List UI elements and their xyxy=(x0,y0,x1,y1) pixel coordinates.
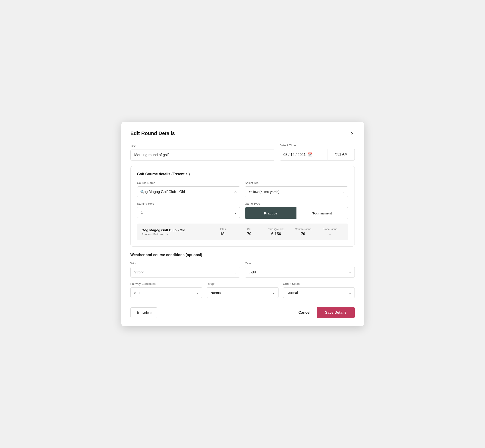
delete-label: Delete xyxy=(142,311,152,315)
golf-course-section: Golf Course details (Essential) Course N… xyxy=(130,166,355,247)
save-button[interactable]: Save Details xyxy=(317,307,355,318)
game-type-group: Game Type Practice Tournament xyxy=(245,202,348,219)
yards-value: 6,156 xyxy=(263,232,290,236)
wind-group: Wind NoneLightModerateStrong ⌄ xyxy=(130,262,241,278)
rain-dropdown[interactable]: NoneLightModerateHeavy xyxy=(245,267,355,278)
par-value: 70 xyxy=(236,232,263,236)
green-speed-dropdown[interactable]: SlowNormalFast xyxy=(283,287,355,298)
holes-value: 18 xyxy=(209,232,236,236)
rain-label: Rain xyxy=(245,262,355,265)
practice-button[interactable]: Practice xyxy=(245,207,297,219)
starting-hole-label: Starting Hole xyxy=(137,202,241,205)
datetime-group: Date & Time 05 / 12 / 2021 📅 7:31 AM xyxy=(280,144,355,160)
slope-rating-value: - xyxy=(316,232,343,236)
cancel-button[interactable]: Cancel xyxy=(299,311,310,315)
time-value: 7:31 AM xyxy=(334,152,348,156)
course-name-tee-row: Course Name 🔍 ✕ Select Tee Yellow (6,156… xyxy=(137,181,348,197)
course-location: Shelford Bottom, UK xyxy=(142,233,209,236)
footer-row: 🗑 Delete Cancel Save Details xyxy=(130,303,355,318)
yards-stat: Yards(Yellow) 6,156 xyxy=(263,228,290,236)
fairway-label: Fairway Conditions xyxy=(130,282,202,286)
rough-label: Rough xyxy=(207,282,278,286)
rain-group: Rain NoneLightModerateHeavy ⌄ xyxy=(245,262,355,278)
rough-wrap: SoftNormalHard ⌄ xyxy=(207,287,278,298)
trash-icon: 🗑 xyxy=(136,311,140,315)
wind-dropdown[interactable]: NoneLightModerateStrong xyxy=(130,267,241,278)
holes-stat: Holes 18 xyxy=(209,228,236,236)
game-type-label: Game Type xyxy=(245,202,348,205)
holes-label: Holes xyxy=(209,228,236,231)
wind-label: Wind xyxy=(130,262,241,265)
course-info-row: Gog Magog Golf Club - Old, Shelford Bott… xyxy=(137,224,348,240)
date-input[interactable]: 05 / 12 / 2021 📅 xyxy=(280,149,327,160)
weather-title: Weather and course conditions (optional) xyxy=(130,253,355,257)
conditions-row: Fairway Conditions SoftNormalHard ⌄ Roug… xyxy=(130,282,355,298)
title-group: Title xyxy=(130,144,275,160)
course-name-display: Gog Magog Golf Club - Old, xyxy=(142,228,209,232)
datetime-label: Date & Time xyxy=(280,144,355,147)
search-icon: 🔍 xyxy=(140,190,145,194)
course-name-input-wrap: 🔍 ✕ xyxy=(137,186,241,197)
par-stat: Par 70 xyxy=(236,228,263,236)
starting-hole-dropdown[interactable]: 1234 5678 910 xyxy=(137,207,241,218)
rough-group: Rough SoftNormalHard ⌄ xyxy=(207,282,278,298)
course-rating-value: 70 xyxy=(290,232,316,236)
golf-course-title: Golf Course details (Essential) xyxy=(137,172,348,176)
select-tee-label: Select Tee xyxy=(245,181,348,185)
course-info-name: Gog Magog Golf Club - Old, Shelford Bott… xyxy=(142,228,209,236)
time-input[interactable]: 7:31 AM xyxy=(327,149,355,160)
select-tee-dropdown[interactable]: Yellow (6,156 yards) White (6,500 yards)… xyxy=(245,186,348,197)
fairway-wrap: SoftNormalHard ⌄ xyxy=(130,287,202,298)
wind-rain-row: Wind NoneLightModerateStrong ⌄ Rain None… xyxy=(130,262,355,278)
modal-header: Edit Round Details × xyxy=(130,130,355,137)
calendar-icon: 📅 xyxy=(308,152,313,157)
clear-icon[interactable]: ✕ xyxy=(234,190,237,194)
select-tee-group: Select Tee Yellow (6,156 yards) White (6… xyxy=(245,181,348,197)
yards-label: Yards(Yellow) xyxy=(263,228,290,231)
title-label: Title xyxy=(130,144,275,148)
rough-dropdown[interactable]: SoftNormalHard xyxy=(207,287,278,298)
course-name-input[interactable] xyxy=(137,186,241,197)
date-value: 05 / 12 / 2021 xyxy=(283,153,306,157)
green-speed-group: Green Speed SlowNormalFast ⌄ xyxy=(283,282,355,298)
close-button[interactable]: × xyxy=(350,130,355,137)
delete-button[interactable]: 🗑 Delete xyxy=(130,307,157,318)
weather-section: Weather and course conditions (optional)… xyxy=(130,253,355,298)
fairway-group: Fairway Conditions SoftNormalHard ⌄ xyxy=(130,282,202,298)
game-type-toggle: Practice Tournament xyxy=(245,207,348,219)
starting-hole-wrap: 1234 5678 910 ⌄ xyxy=(137,207,241,218)
course-rating-label: Course rating xyxy=(290,228,316,231)
starting-hole-group: Starting Hole 1234 5678 910 ⌄ xyxy=(137,202,241,219)
green-speed-wrap: SlowNormalFast ⌄ xyxy=(283,287,355,298)
par-label: Par xyxy=(236,228,263,231)
edit-round-modal: Edit Round Details × Title Date & Time 0… xyxy=(121,122,364,326)
starting-hole-gametype-row: Starting Hole 1234 5678 910 ⌄ Game Type … xyxy=(137,202,348,219)
wind-wrap: NoneLightModerateStrong ⌄ xyxy=(130,267,241,278)
course-rating-stat: Course rating 70 xyxy=(290,228,316,236)
green-speed-label: Green Speed xyxy=(283,282,355,286)
modal-title: Edit Round Details xyxy=(130,130,175,136)
fairway-dropdown[interactable]: SoftNormalHard xyxy=(130,287,202,298)
slope-rating-label: Slope rating xyxy=(316,228,343,231)
footer-right: Cancel Save Details xyxy=(299,307,355,318)
slope-rating-stat: Slope rating - xyxy=(316,228,343,236)
rain-wrap: NoneLightModerateHeavy ⌄ xyxy=(245,267,355,278)
course-name-group: Course Name 🔍 ✕ xyxy=(137,181,241,197)
title-datetime-row: Title Date & Time 05 / 12 / 2021 📅 7:31 … xyxy=(130,144,355,160)
tournament-button[interactable]: Tournament xyxy=(297,207,348,219)
select-tee-wrap: Yellow (6,156 yards) White (6,500 yards)… xyxy=(245,186,348,197)
course-name-label: Course Name xyxy=(137,181,241,185)
title-input[interactable] xyxy=(130,150,275,160)
